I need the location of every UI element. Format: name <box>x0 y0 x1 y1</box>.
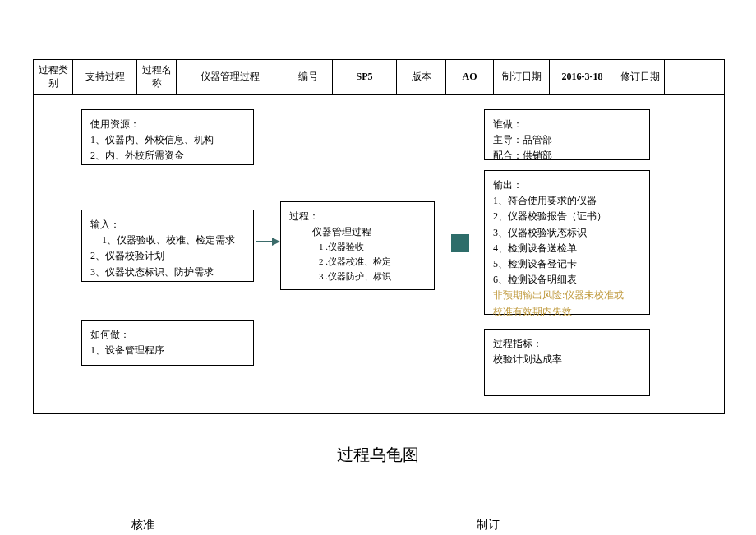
proc-title: 过程： <box>289 209 426 224</box>
main-table: 过程类别 支持过程 过程名称 仪器管理过程 编号 SP5 版本 AO 制订日期 … <box>33 59 725 414</box>
kpi-l1: 校验计划达成率 <box>493 352 641 367</box>
hdr-ver-value: AO <box>446 60 494 94</box>
footer-approve: 核准 <box>131 518 154 533</box>
body-area: 使用资源： 1、仪器内、外校信息、机构 2、内、外校所需资金 谁做： 主导：品管… <box>34 95 724 413</box>
hdr-ver-label: 版本 <box>397 60 446 94</box>
resources-l2: 2、内、外校所需资金 <box>90 148 245 164</box>
who-l1: 主导：品管部 <box>493 132 641 148</box>
box-output: 输出： 1、符合使用要求的仪器 2、仪器校验报告（证书） 3、仪器校验状态标识 … <box>484 170 650 315</box>
output-l3: 3、仪器校验状态标识 <box>493 225 641 241</box>
hdr-date-value: 2016-3-18 <box>550 60 615 94</box>
resources-title: 使用资源： <box>90 117 245 132</box>
box-resources: 使用资源： 1、仪器内、外校信息、机构 2、内、外校所需资金 <box>81 109 254 165</box>
connector-square <box>451 234 469 252</box>
who-title: 谁做： <box>493 117 641 132</box>
box-kpi: 过程指标： 校验计划达成率 <box>484 329 650 396</box>
how-title: 如何做： <box>90 327 245 343</box>
hdr-date-label: 制订日期 <box>494 60 550 94</box>
arrow-head-input-process <box>272 238 280 246</box>
output-title: 输出： <box>493 178 641 193</box>
proc-l2: 2 .仪器校准、检定 <box>289 255 426 270</box>
input-l1: 1、仪器验收、校准、检定需求 <box>90 233 245 248</box>
box-how: 如何做： 1、设备管理程序 <box>81 320 254 366</box>
output-risk1: 非预期输出风险:仪器未校准或 <box>493 288 641 303</box>
hdr-code-label: 编号 <box>284 60 333 94</box>
proc-subtitle: 仪器管理过程 <box>289 224 426 240</box>
page-title: 过程乌龟图 <box>0 444 756 466</box>
proc-l1: 1 .仪器验收 <box>289 240 426 255</box>
resources-l1: 1、仪器内、外校信息、机构 <box>90 132 245 148</box>
hdr-cat-label: 过程类别 <box>34 60 73 94</box>
output-l2: 2、仪器校验报告（证书） <box>493 209 641 224</box>
hdr-rev-label: 修订日期 <box>615 60 665 94</box>
proc-l3: 3 .仪器防护、标识 <box>289 270 426 284</box>
input-l2: 2、仪器校验计划 <box>90 248 245 264</box>
who-l2: 配合：供销部 <box>493 148 641 164</box>
output-l1: 1、符合使用要求的仪器 <box>493 193 641 209</box>
hdr-name-label: 过程名称 <box>137 60 177 94</box>
box-process: 过程： 仪器管理过程 1 .仪器验收 2 .仪器校准、检定 3 .仪器防护、标识 <box>280 201 435 290</box>
output-l5: 5、检测设备登记卡 <box>493 256 641 272</box>
header-row: 过程类别 支持过程 过程名称 仪器管理过程 编号 SP5 版本 AO 制订日期 … <box>34 60 724 95</box>
hdr-code-value: SP5 <box>333 60 397 94</box>
hdr-name-value: 仪器管理过程 <box>177 60 284 94</box>
input-title: 输入： <box>90 217 245 233</box>
hdr-cat-value: 支持过程 <box>73 60 137 94</box>
how-l1: 1、设备管理程序 <box>90 343 245 358</box>
output-l6: 6、检测设备明细表 <box>493 272 641 288</box>
input-l3: 3、仪器状态标识、防护需求 <box>90 265 245 280</box>
box-who: 谁做： 主导：品管部 配合：供销部 <box>484 109 650 160</box>
kpi-title: 过程指标： <box>493 336 641 352</box>
output-l4: 4、检测设备送检单 <box>493 241 641 256</box>
output-risk2: 校准有效期内失效 <box>493 304 641 320</box>
hdr-rev-value <box>665 60 724 94</box>
arrow-input-process <box>256 241 274 242</box>
box-input: 输入： 1、仪器验收、校准、检定需求 2、仪器校验计划 3、仪器状态标识、防护需… <box>81 210 254 282</box>
footer-draft: 制订 <box>477 518 500 533</box>
